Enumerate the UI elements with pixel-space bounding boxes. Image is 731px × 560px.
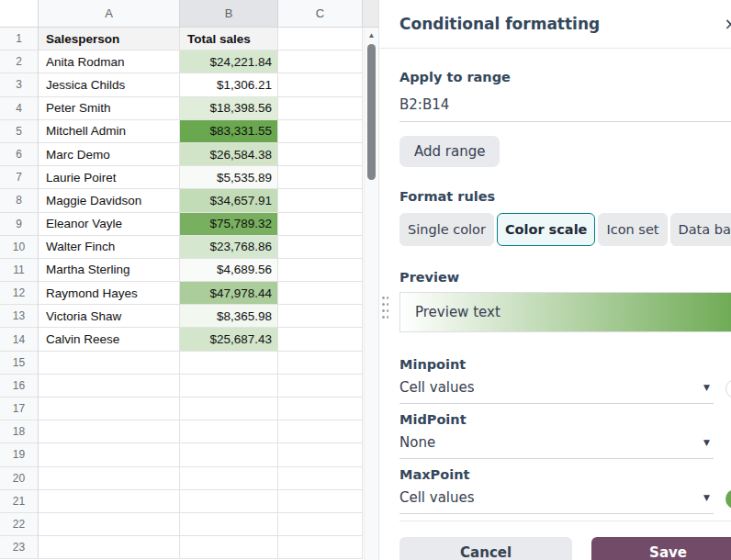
cell[interactable]: Maggie Davidson — [39, 189, 180, 212]
cell[interactable]: $24,221.84 — [180, 50, 278, 73]
cell[interactable] — [278, 443, 363, 466]
row-header[interactable]: 19 — [0, 443, 39, 466]
cell[interactable] — [180, 513, 278, 536]
cell[interactable] — [278, 28, 363, 50]
row-header[interactable]: 8 — [0, 189, 39, 212]
cell[interactable]: $75,789.32 — [180, 213, 278, 236]
cell[interactable]: $1,306.21 — [180, 73, 278, 96]
cell[interactable] — [39, 352, 180, 375]
row-header[interactable]: 10 — [0, 236, 39, 259]
scrollbar-thumb[interactable] — [367, 44, 376, 180]
cell[interactable]: $26,584.38 — [180, 143, 278, 166]
cell[interactable] — [278, 352, 363, 375]
cell[interactable]: Victoria Shaw — [39, 305, 180, 328]
tab-single-color[interactable]: Single color — [399, 213, 494, 246]
cell[interactable]: $8,365.98 — [180, 305, 278, 328]
cell[interactable] — [278, 420, 363, 443]
cell[interactable] — [278, 328, 363, 351]
midpoint-dropdown[interactable]: None ▼ — [399, 434, 714, 459]
row-header[interactable]: 9 — [0, 213, 39, 236]
cell[interactable] — [39, 536, 180, 559]
cell[interactable] — [278, 166, 363, 189]
row-header[interactable]: 6 — [0, 143, 39, 166]
row-header[interactable]: 11 — [0, 259, 39, 282]
column-header-a[interactable]: A — [39, 0, 180, 28]
tab-icon-set[interactable]: Icon set — [598, 213, 667, 246]
tab-data-bar[interactable]: Data bar — [670, 213, 731, 246]
cell[interactable]: Marc Demo — [39, 143, 180, 166]
cell[interactable] — [278, 398, 363, 420]
cell[interactable]: $5,535.89 — [180, 166, 278, 189]
cell[interactable] — [39, 443, 180, 466]
cell[interactable] — [180, 490, 278, 513]
cell[interactable]: $18,398.56 — [180, 97, 278, 120]
cell[interactable] — [39, 513, 180, 536]
row-header[interactable]: 5 — [0, 120, 39, 143]
cell[interactable] — [278, 305, 363, 328]
cell[interactable] — [180, 467, 278, 490]
cell[interactable] — [278, 490, 363, 513]
row-header[interactable]: 16 — [0, 375, 39, 398]
row-header[interactable]: 14 — [0, 328, 39, 351]
cell[interactable] — [39, 375, 180, 398]
select-all-corner[interactable] — [0, 0, 39, 28]
cell[interactable] — [180, 375, 278, 398]
cell[interactable]: $47,978.44 — [180, 282, 278, 305]
maxpoint-color-swatch[interactable] — [725, 489, 731, 509]
cell[interactable] — [39, 398, 180, 420]
row-header[interactable]: 2 — [0, 50, 39, 73]
cell[interactable] — [180, 398, 278, 420]
row-header[interactable]: 21 — [0, 490, 39, 513]
minpoint-dropdown[interactable]: Cell values ▼ — [399, 379, 714, 404]
cell[interactable] — [180, 443, 278, 466]
cell[interactable] — [278, 259, 363, 282]
cell[interactable] — [180, 352, 278, 375]
drag-handle-icon[interactable] — [381, 295, 388, 319]
cell[interactable] — [39, 467, 180, 490]
cell[interactable]: Martha Sterling — [39, 259, 180, 282]
range-input[interactable]: B2:B14 — [399, 96, 731, 122]
save-button[interactable]: Save — [591, 537, 731, 560]
minpoint-color-swatch[interactable] — [725, 379, 731, 398]
cell[interactable] — [278, 375, 363, 398]
row-header[interactable]: 17 — [0, 398, 39, 420]
cell[interactable]: $34,657.91 — [180, 189, 278, 212]
cell[interactable] — [278, 467, 363, 490]
cell[interactable]: $23,768.86 — [180, 236, 278, 259]
cell[interactable] — [278, 189, 363, 212]
scroll-up-icon[interactable]: ▲ — [365, 28, 378, 42]
cell[interactable]: $83,331.55 — [180, 120, 278, 143]
cell[interactable] — [39, 420, 180, 443]
maxpoint-dropdown[interactable]: Cell values ▼ — [399, 489, 714, 514]
cell[interactable]: Mitchell Admin — [39, 120, 180, 143]
cell[interactable]: Calvin Reese — [39, 328, 180, 351]
row-header[interactable]: 7 — [0, 166, 39, 189]
cell[interactable] — [278, 513, 363, 536]
cell[interactable] — [278, 143, 363, 166]
row-header[interactable]: 15 — [0, 352, 39, 375]
cell[interactable] — [278, 73, 363, 96]
row-header[interactable]: 1 — [0, 28, 39, 50]
cell[interactable]: Walter Finch — [39, 236, 180, 259]
cell[interactable] — [278, 236, 363, 259]
cell[interactable]: Anita Rodman — [39, 50, 180, 73]
column-header-c[interactable]: C — [278, 0, 363, 28]
row-header[interactable]: 23 — [0, 536, 39, 559]
row-header[interactable]: 13 — [0, 305, 39, 328]
row-header[interactable]: 3 — [0, 73, 39, 96]
cell[interactable]: Raymond Hayes — [39, 282, 180, 305]
cell[interactable]: Total sales — [180, 28, 278, 50]
row-header[interactable]: 22 — [0, 513, 39, 536]
row-header[interactable]: 18 — [0, 420, 39, 443]
cell[interactable]: Peter Smith — [39, 97, 180, 120]
cell[interactable] — [278, 97, 363, 120]
close-icon[interactable]: × — [717, 15, 731, 34]
cell[interactable]: Jessica Childs — [39, 73, 180, 96]
row-header[interactable]: 20 — [0, 467, 39, 490]
cell[interactable]: Laurie Poiret — [39, 166, 180, 189]
cell[interactable] — [278, 282, 363, 305]
cell[interactable]: Salesperson — [39, 28, 180, 50]
vertical-scrollbar[interactable]: ▲ — [364, 28, 378, 560]
cell[interactable] — [278, 213, 363, 236]
cell[interactable]: Eleanor Vayle — [39, 213, 180, 236]
